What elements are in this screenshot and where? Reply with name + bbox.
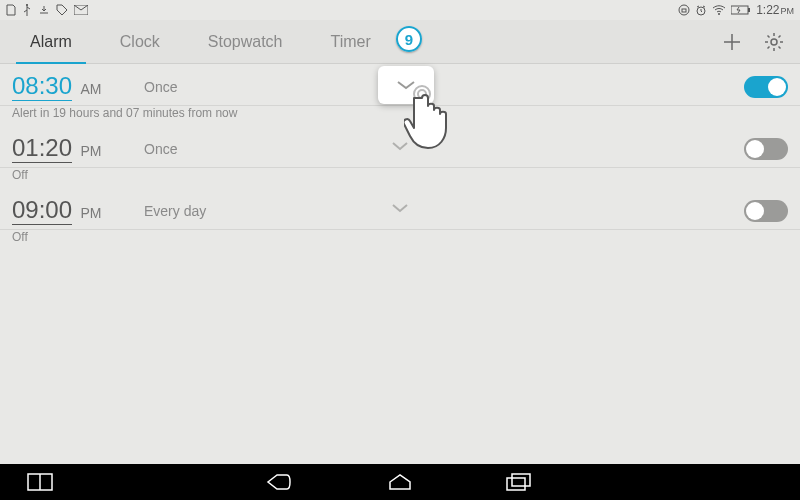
svg-point-2 xyxy=(679,5,689,15)
wifi-icon xyxy=(712,5,726,15)
alarm-ampm: AM xyxy=(81,81,102,97)
svg-rect-3 xyxy=(682,9,686,12)
nav-recent-button[interactable] xyxy=(490,470,550,494)
alarm-time[interactable]: 09:00 xyxy=(12,196,72,225)
tab-bar: Alarm Clock Stopwatch Timer 9 xyxy=(0,20,800,64)
gmail-icon xyxy=(74,5,88,15)
alarm-subtext: Off xyxy=(0,230,800,250)
tutorial-step-badge: 9 xyxy=(396,26,422,52)
alarm-subtext: Off xyxy=(0,168,800,188)
tab-alarm[interactable]: Alarm xyxy=(6,20,96,64)
svg-rect-14 xyxy=(512,474,530,486)
rotation-lock-icon xyxy=(678,4,690,16)
alarm-ampm: PM xyxy=(81,205,102,221)
alarm-toggle[interactable] xyxy=(744,76,788,98)
add-alarm-button[interactable] xyxy=(720,30,744,54)
tab-clock[interactable]: Clock xyxy=(96,20,184,64)
alarm-toggle[interactable] xyxy=(744,138,788,160)
settings-button[interactable] xyxy=(762,30,786,54)
tab-stopwatch[interactable]: Stopwatch xyxy=(184,20,307,64)
alarm-repeat: Once xyxy=(144,141,177,157)
alarm-toggle[interactable] xyxy=(744,200,788,222)
svg-point-5 xyxy=(718,13,720,15)
alarm-row[interactable]: 01:20 PM Once xyxy=(0,126,800,168)
navigation-bar xyxy=(0,464,800,500)
usb-icon xyxy=(22,4,32,16)
sd-card-icon xyxy=(6,4,16,16)
tutorial-pointer-hand-icon xyxy=(404,84,464,160)
svg-rect-7 xyxy=(748,8,750,12)
download-icon xyxy=(38,4,50,16)
alarm-subtext: Alert in 19 hours and 07 minutes from no… xyxy=(0,106,800,126)
alarm-status-icon xyxy=(695,4,707,16)
alarm-ampm: PM xyxy=(81,143,102,159)
svg-point-0 xyxy=(26,4,28,6)
alarm-repeat: Every day xyxy=(144,203,206,219)
alarm-time[interactable]: 08:30 xyxy=(12,72,72,101)
alarm-row[interactable]: 09:00 PM Every day xyxy=(0,188,800,230)
svg-rect-13 xyxy=(507,478,525,490)
svg-point-8 xyxy=(771,39,777,45)
nav-home-button[interactable] xyxy=(370,470,430,494)
alarm-time[interactable]: 01:20 xyxy=(12,134,72,163)
tab-timer[interactable]: Timer xyxy=(307,20,395,64)
alarm-repeat: Once xyxy=(144,79,177,95)
tag-icon xyxy=(56,4,68,16)
status-time: 1:22PM xyxy=(756,3,794,17)
nav-splitscreen-button[interactable] xyxy=(10,470,70,494)
alarm-list: 08:30 AM Once Alert in 19 hours and 07 m… xyxy=(0,64,800,464)
status-bar: 1:22PM xyxy=(0,0,800,20)
battery-charging-icon xyxy=(731,5,751,15)
expand-alarm-button[interactable] xyxy=(390,200,410,218)
nav-back-button[interactable] xyxy=(250,470,310,494)
